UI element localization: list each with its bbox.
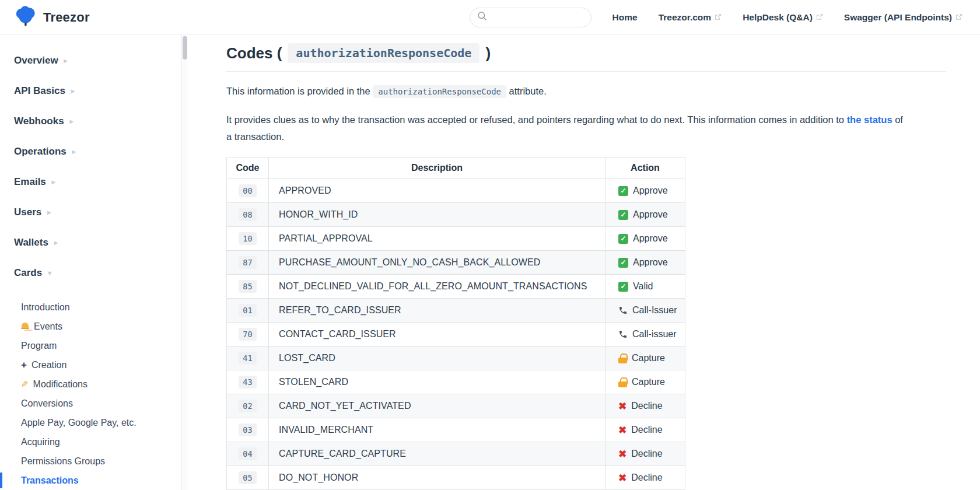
action-cell: ✖ Decline (606, 466, 685, 490)
description-cell: DO_NOT_HONOR (269, 466, 606, 490)
description-cell: CARD_NOT_YET_ACTIVATED (269, 394, 606, 418)
action-cell: ✖ Decline (606, 418, 685, 442)
header-nav: Home Treezor.com HelpDesk (Q&A) (612, 12, 965, 23)
sidebar-item[interactable]: Acquiring (0, 432, 187, 452)
action-label: Capture (632, 353, 665, 363)
action-label: Decline (631, 473, 662, 483)
title-code-chip: authorizationResponseCode (288, 43, 480, 63)
code-badge: 01 (239, 304, 256, 317)
inline-code-chip: authorizationResponseCode (373, 85, 506, 98)
brand[interactable]: Treezor (15, 5, 90, 30)
nav-link[interactable]: Swagger (API Endpoints) (844, 12, 963, 23)
chevron-right-icon: ▸ (54, 239, 58, 247)
code-cell: 02 (227, 394, 269, 418)
table-row: 05 DO_NOT_HONOR ✖ Decline (227, 466, 685, 490)
table-row: 08 HONOR_WITH_ID ✓ Approve (227, 203, 685, 227)
external-link-icon (715, 12, 722, 23)
chevron-right-icon: ▸ (64, 57, 68, 65)
nav-link[interactable]: HelpDesk (Q&A) (743, 12, 823, 23)
sidebar-item-label: Apple Pay, Google Pay, etc. (21, 418, 136, 428)
sidebar-section-label: Wallets (14, 237, 48, 249)
top-header: Treezor Home Treezor.com (0, 0, 980, 35)
check-icon: ✓ (618, 210, 628, 220)
table-row: 01 REFER_TO_CARD_ISSUER (227, 299, 685, 323)
sidebar-section-label: Cards (14, 267, 42, 279)
code-cell: 10 (227, 227, 269, 251)
action-label: Approve (633, 233, 668, 244)
table-row: 87 PURCHASE_AMOUNT_ONLY_NO_CASH_BACK_ALL… (227, 251, 685, 275)
sidebar-item-label: Transactions (21, 475, 79, 485)
sidebar-item[interactable]: Transactions (0, 471, 187, 490)
code-cell: 43 (227, 370, 269, 394)
bell-icon (21, 323, 29, 331)
code-cell: 87 (227, 251, 269, 275)
description-cell: CAPTURE_CARD_CAPTURE (269, 442, 606, 466)
chevron-down-icon: ▾ (48, 269, 51, 277)
sidebar-section[interactable]: Webhooks ▸ (0, 116, 187, 127)
code-badge: 03 (239, 424, 256, 436)
sidebar-item[interactable]: Introduction (0, 298, 187, 317)
sidebar-section[interactable]: API Basics ▸ (0, 85, 187, 97)
action-cell: ✖ Decline (606, 442, 685, 466)
page-title: Codes ( authorizationResponseCode ) (226, 43, 946, 72)
sidebar-section[interactable]: Wallets ▸ (0, 237, 187, 249)
nav-link[interactable]: Treezor.com (659, 12, 722, 23)
description-cell: STOLEN_CARD (269, 370, 606, 394)
action-cell: ✓ Approve (606, 179, 685, 203)
code-badge: 70 (239, 328, 256, 341)
table-row: 03 INVALID_MERCHANT ✖ Decline (227, 418, 685, 442)
action-label: Call-issuer (632, 329, 677, 340)
description-cell: INVALID_MERCHANT (269, 418, 606, 442)
action-cell: Capture (606, 346, 685, 370)
search-input[interactable] (470, 8, 592, 27)
action-label: Decline (631, 401, 662, 411)
sidebar-section[interactable]: Emails ▸ (0, 176, 187, 188)
sidebar-item[interactable]: Program (0, 336, 187, 355)
check-icon: ✓ (618, 282, 628, 292)
sidebar-scrollbar[interactable] (181, 35, 187, 490)
code-badge: 85 (239, 280, 256, 293)
external-link-icon (956, 12, 963, 23)
sidebar-item[interactable]: Permissions Groups (0, 452, 187, 471)
sidebar-item-label: Program (21, 341, 57, 351)
code-cell: 00 (227, 179, 269, 203)
action-cell: ✓ Approve (606, 227, 685, 251)
x-icon: ✖ (618, 473, 626, 483)
action-label: Approve (633, 186, 668, 196)
phone-icon (618, 330, 628, 339)
lock-icon (618, 354, 627, 363)
sidebar-section[interactable]: Overview ▸ (0, 55, 187, 66)
external-link-icon (816, 12, 823, 23)
chevron-right-icon: ▸ (72, 148, 76, 156)
nav-link-label: Home (612, 12, 638, 23)
paragraph-text: This information is provided in the (226, 86, 370, 96)
sidebar-scrollbar-thumb[interactable] (183, 36, 187, 60)
phone-icon (618, 306, 628, 315)
description-cell: CONTACT_CARD_ISSUER (269, 323, 606, 346)
treezor-logo-icon (15, 5, 36, 30)
status-link[interactable]: the status (847, 114, 892, 125)
code-badge: 00 (239, 184, 256, 197)
code-cell: 04 (227, 442, 269, 466)
x-icon: ✖ (618, 425, 626, 435)
column-header-action: Action (606, 158, 685, 179)
sidebar-item[interactable]: Apple Pay, Google Pay, etc. (0, 413, 187, 432)
table-row: 02 CARD_NOT_YET_ACTIVATED ✖ Decline (227, 394, 685, 418)
action-cell: ✓ Approve (606, 203, 685, 227)
check-icon: ✓ (618, 234, 628, 244)
sidebar-item[interactable]: Events (0, 317, 187, 336)
sidebar-item[interactable]: ✎ Modifications (0, 374, 187, 394)
paragraph-text: attribute. (509, 86, 547, 96)
paragraph-text: It provides clues as to why the transact… (226, 114, 844, 125)
action-cell: Capture (606, 370, 685, 394)
code-badge: 43 (239, 376, 256, 388)
sidebar-section-cards[interactable]: Cards ▾ (0, 267, 187, 279)
table-row: 43 STOLEN_CARD Capture (227, 370, 685, 394)
code-badge: 08 (239, 208, 256, 221)
sidebar-item[interactable]: Conversions (0, 394, 187, 413)
sidebar-section[interactable]: Users ▸ (0, 206, 187, 218)
sidebar-section[interactable]: Operations ▸ (0, 146, 187, 158)
nav-link[interactable]: Home (612, 12, 638, 23)
sidebar-section-label: Emails (14, 176, 46, 188)
sidebar-item[interactable]: + Creation (0, 355, 187, 374)
